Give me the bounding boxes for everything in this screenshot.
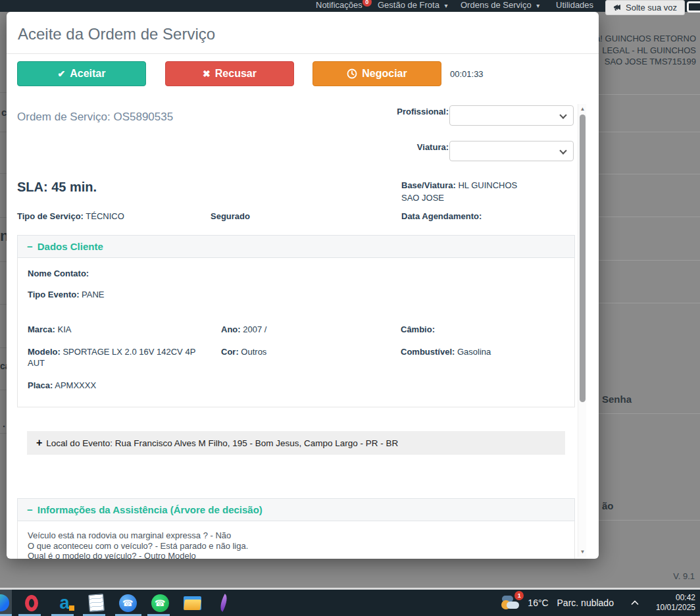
scroll-up-arrow[interactable]: ▲ [578,106,587,112]
notepad-icon[interactable] [82,590,111,616]
bg-divider [594,520,700,521]
bg-ao-fragment: ão [602,500,614,511]
service-type: Tipo de Serviço: TÉCNICO [17,211,124,221]
segurado-label: Segurado [211,211,250,221]
nav-notifications[interactable]: Notificações 0 [316,0,362,12]
whatsapp-icon[interactable]: ☎ [145,590,174,616]
decision-tree-line: O que aconteceu com o veículo? - Está pa… [28,541,564,552]
vehicle-grid: Marca: KIA Ano: 2007 / Câmbio: Modelo: S… [28,324,564,391]
bg-senha-fragment: Senha [602,394,632,405]
voice-button-label: Solte sua voz [626,1,677,14]
cloud-shape [507,602,519,609]
bg-divider [0,173,7,174]
app-version: V. 9.1 [673,571,695,581]
service-type-value: TÉCNICO [86,211,124,221]
combustivel-value: Gasolina [457,347,491,357]
cor-value: Outros [241,347,266,357]
tipo-evento-label: Tipo Evento: [28,290,79,299]
edge-icon[interactable] [0,590,12,616]
nav-service-orders[interactable]: Ordens de Serviço ▾ [461,0,539,12]
tray-chevron-up-icon[interactable] [631,600,639,605]
nav-utilities[interactable]: Utilidades [556,0,593,12]
feather-logo [216,594,230,612]
assistance-panel-title: Informações da Assistência (Árvore de de… [38,504,262,515]
bg-divider [0,304,7,305]
event-location-header[interactable]: + Local do Evento: Rua Francisco Alves M… [27,431,565,455]
accept-button[interactable]: ✔ Aceitar [17,61,146,86]
order-number: Ordem de Serviço: OS5890535 [17,111,173,124]
nome-contato: Nome Contato: [28,269,564,278]
assistance-info-panel: − Informações da Assistência (Árvore de … [17,498,575,559]
softphone-logo: ☎ [119,594,137,612]
taskbar-clock[interactable]: 00:42 10/01/2025 [656,593,695,613]
softphone-icon[interactable]: ☎ [113,590,142,616]
modelo-label: Modelo: [28,347,61,357]
notifications-badge: 0 [362,0,372,7]
accept-label: Aceitar [70,68,105,80]
countdown-timer: 00:01:33 [450,69,484,79]
clock-icon [347,68,357,79]
refuse-label: Recusar [215,68,257,80]
nav-fleet-label: Gestão de Frota [378,0,439,10]
base-viatura-label: Base/Viatura: [401,180,456,190]
assist-app-dot [69,605,74,611]
weather-temp: 16°C [528,598,548,608]
client-panel-header[interactable]: − Dados Cliente [17,235,575,258]
top-navbar: Notificações 0 Gestão de Frota ▾ Ordens … [0,0,700,12]
nav-fleet-management[interactable]: Gestão de Frota ▾ [378,0,448,12]
whatsapp-logo: ☎ [151,594,169,612]
nav-utilities-label: Utilidades [556,0,593,10]
cor: Cor: Outros [221,346,401,369]
opera-icon[interactable] [17,590,46,616]
bg-left-fragment: . [3,419,5,429]
collapse-minus-icon: − [27,241,33,252]
bg-divider [0,390,7,390]
clock-date: 10/01/2025 [656,603,695,613]
sla-text: SLA: 45 min. [17,180,97,195]
assistance-panel-body: Veículo está na rodovia ou marginal expr… [17,521,575,559]
professional-label: Profissional: [336,107,449,116]
modelo: Modelo: SPORTAGE LX 2.0 16V 142CV 4P AUT [28,346,221,369]
marca-label: Marca: [28,324,55,334]
decision-tree-line: Veículo está na rodovia ou marginal expr… [28,530,564,541]
modal-scrollbar[interactable]: ▲ ▼ [578,104,586,557]
bg-divider [594,174,700,174]
combustivel-label: Combustível: [401,347,455,357]
bg-divider [594,303,700,303]
modal-title: Aceite da Ordem de Serviço [18,25,215,43]
client-panel-body: Nome Contato: Tipo Evento: PANE Marca: K… [17,258,575,407]
assistance-panel-header[interactable]: − Informações da Assistência (Árvore de … [17,498,575,521]
bg-divider [0,347,7,348]
chevron-down-icon [559,111,566,118]
assist-app-icon[interactable]: a [50,590,79,616]
negotiate-button[interactable]: Negociar [312,61,441,86]
bg-divider [0,217,7,218]
marca-value: KIA [58,324,72,334]
weather-icon[interactable]: 1 [500,594,522,612]
bg-divider [594,260,700,261]
collapse-minus-icon: − [27,504,33,515]
voice-feedback-button[interactable]: Solte sua voz [605,0,685,15]
scroll-down-arrow[interactable]: ▼ [578,549,587,555]
account-icon[interactable] [687,1,700,13]
placa-value: APMXXXX [55,380,96,390]
weather-text[interactable]: 16°C Parc. nublado [528,598,614,608]
viatura-select[interactable] [449,141,574,161]
opera-logo [25,595,38,611]
bg-divider [0,132,7,132]
professional-select[interactable] [449,105,574,126]
nav-notifications-label: Notificações [316,0,362,10]
file-explorer-icon[interactable] [178,590,207,616]
chevron-down-icon: ▾ [445,2,448,9]
bg-divider [0,92,7,93]
scrollbar-thumb[interactable] [580,115,586,402]
nav-orders-label: Ordens de Serviço [461,0,532,10]
cambio: Câmbio: [401,324,564,335]
refuse-button[interactable]: ✖ Recusar [165,61,294,86]
expand-plus-icon: + [36,437,42,449]
edge-logo [0,594,9,611]
chevron-down-icon: ▾ [536,2,539,9]
feather-icon[interactable] [209,590,238,616]
placa: Placa: APMXXXX [28,380,221,391]
chevron-down-icon [559,147,566,154]
